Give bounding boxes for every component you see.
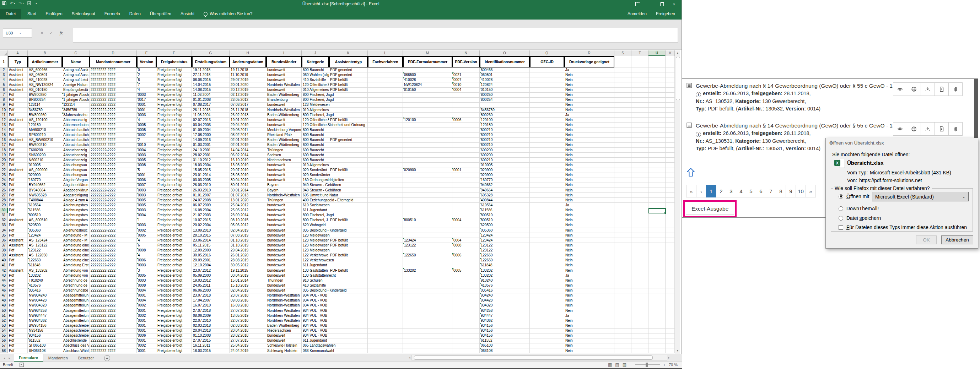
cell[interactable]: Nein [564,193,614,198]
cell[interactable]: 020900 [480,168,530,173]
cell[interactable] [368,334,403,339]
cell[interactable]: Nein [564,188,614,193]
cell[interactable] [649,118,665,122]
cell[interactable] [614,78,632,83]
cell[interactable] [632,158,649,163]
cell[interactable] [403,298,452,303]
cell[interactable]: 600 Baurecht [302,148,329,153]
cell[interactable] [632,263,649,268]
cell[interactable] [403,228,452,233]
cell[interactable]: 0001 [137,339,156,344]
cell[interactable]: Freigabe erfolgt [156,168,192,173]
cell[interactable]: 21.07.2003 [192,213,229,218]
cell[interactable] [329,293,368,298]
cell[interactable]: Freigabe erfolgt [156,334,192,339]
cell[interactable]: 22222222-2222 [89,138,137,143]
cell[interactable]: 23.05.2012 [229,98,266,103]
cell[interactable] [368,103,403,108]
cell[interactable]: 13.09.2010 [192,228,229,233]
column-letter-L[interactable]: L [368,51,403,56]
cell[interactable]: 611552 [480,339,530,344]
cell[interactable]: bundesweit [266,118,302,122]
cell[interactable]: NW934240 [28,293,62,298]
cell[interactable] [649,288,665,293]
cell[interactable]: AS_123424 [28,238,62,243]
cell[interactable]: Freigabe erfolgt [156,223,192,228]
cell[interactable] [632,268,649,273]
cell[interactable] [665,339,675,344]
cell[interactable] [530,122,564,127]
cell[interactable]: 0002 [137,313,156,318]
cell[interactable]: 0005 [452,268,480,273]
cell[interactable]: 30.04.2019 [229,178,266,183]
cell[interactable]: 120150 [480,122,530,127]
cell[interactable]: Pdf [8,258,28,263]
cell[interactable]: 16.08.2004 [192,208,229,213]
horizontal-scrollbar[interactable]: ◂ ▸ [409,355,675,361]
cell[interactable] [329,223,368,228]
cell[interactable] [632,173,649,178]
cell[interactable]: 800260 [480,113,530,118]
cell[interactable] [403,283,452,288]
cell[interactable] [632,143,649,148]
cell[interactable] [530,118,564,122]
cell[interactable] [329,98,368,103]
cell[interactable] [368,143,403,148]
cell[interactable]: 133202 [403,268,452,273]
cell[interactable]: Nein [564,334,614,339]
cell[interactable]: 07.08.2017 [192,103,229,108]
cell[interactable] [452,293,480,298]
cell[interactable]: 26.02.2013 [229,113,266,118]
scroll-down-icon[interactable]: ▼ [675,348,680,354]
cell[interactable]: bundesweit [266,339,302,344]
cell[interactable]: 611552 [28,339,62,344]
cell[interactable]: 29.04.2019 [229,122,266,127]
cell[interactable]: N934156 [28,329,62,334]
page-break-view-icon[interactable]: ▥ [622,362,627,367]
cell[interactable]: Abschließende [62,339,89,344]
cell[interactable]: 03.02.2014 [229,133,266,138]
cell[interactable]: 06.07.2009 [192,203,229,208]
cell[interactable]: 0005 [137,273,156,278]
cell[interactable]: bundesweit [266,103,302,108]
cell[interactable] [452,143,480,148]
cell[interactable]: Niedersachsen [266,158,302,163]
cell[interactable]: 0004 [137,148,156,153]
cell[interactable]: 02.01.2019 [229,143,266,148]
cell[interactable] [632,113,649,118]
cell[interactable]: 20.04.2018 [192,329,229,334]
cell[interactable]: 01.07.2013 [229,193,266,198]
cell[interactable] [329,133,368,138]
header-cell[interactable]: PDF-Version [452,56,480,67]
cell[interactable]: Pdf [8,188,28,193]
radio-icon[interactable] [838,216,843,221]
cell[interactable]: 22222222-2222 [89,283,137,288]
cell[interactable] [649,253,665,258]
header-cell[interactable]: Bundesländer [266,56,302,67]
cell[interactable]: Antrag auf Auss [62,72,89,78]
cell[interactable]: 120100 [403,118,452,122]
cell[interactable]: 30.04.2019 [229,273,266,278]
cell[interactable]: 160770 [480,178,530,183]
cell[interactable] [614,98,632,103]
cell[interactable]: bundesweit [266,67,302,72]
cell[interactable] [614,193,632,198]
row-number[interactable]: 3 [0,72,8,78]
cell[interactable]: Assistent [8,268,28,273]
cell[interactable] [614,248,632,253]
cell[interactable] [368,78,403,83]
cell[interactable]: 123 Meldeweser [302,243,329,248]
cell[interactable] [649,263,665,268]
cell[interactable]: 02.03.2018 [192,323,229,328]
cell[interactable] [665,188,675,193]
cell[interactable] [614,122,632,127]
cell[interactable]: 28.08.2019 [229,258,266,263]
row-number[interactable]: 5 [0,83,8,87]
cell[interactable]: Freigabe erfolgt [156,128,192,133]
cell[interactable]: Nein [564,218,614,223]
cell[interactable]: 3456789 [480,108,530,113]
cell[interactable] [649,178,665,183]
cell[interactable] [665,78,675,83]
cell[interactable]: Freigabe erfolgt [156,243,192,248]
cell[interactable]: 0004 [452,218,480,223]
